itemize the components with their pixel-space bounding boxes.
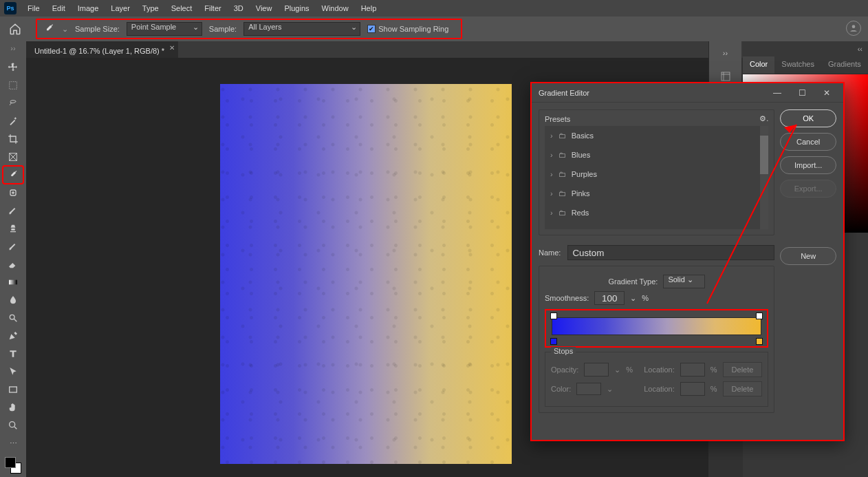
document-tab-bar: Untitled-1 @ 16.7% (Layer 1, RGB/8) * ✕ [26,41,868,58]
ok-button[interactable]: OK [780,109,836,127]
path-select-tool[interactable] [3,363,23,380]
menu-edit[interactable]: Edit [47,2,71,14]
ps-logo: Ps [4,2,17,14]
close-icon[interactable]: ✕ [169,44,175,52]
menu-help[interactable]: Help [356,2,382,14]
profile-button[interactable] [846,21,861,36]
preset-folder-blues[interactable]: ›🗀Blues [545,145,768,165]
color-swatches[interactable] [5,457,21,474]
home-button[interactable] [4,19,26,39]
frame-tool[interactable] [3,149,23,165]
options-bar-highlight: ⌄ Sample Size: Point Sample⌄ Sample: All… [36,19,462,39]
dialog-titlebar[interactable]: Gradient Editor — ☐ ✕ [532,83,843,103]
more-tool[interactable]: ⋯ [3,435,23,452]
marquee-tool[interactable] [3,77,23,94]
eyedropper-icon [43,23,55,35]
presets-fieldset: Presets ⚙. ›🗀Basics ›🗀Blues ›🗀Purples ›🗀… [539,109,774,235]
panel-collapse-icon[interactable]: ‹‹ [743,41,868,56]
options-bar: ⌄ Sample Size: Point Sample⌄ Sample: All… [0,17,868,41]
panel-collapse-grip[interactable]: ›› [709,41,741,65]
brush-tool[interactable] [3,202,23,219]
preset-folder-reds[interactable]: ›🗀Reds [545,203,768,222]
smoothness-dropdown-icon[interactable]: ⌄ [630,294,636,303]
rectangle-tool[interactable] [3,381,23,398]
history-brush-tool[interactable] [3,238,23,255]
gear-icon[interactable]: ⚙. [759,114,768,123]
gradient-type-select[interactable]: Solid ⌄ [663,275,705,288]
lasso-tool[interactable] [3,95,23,112]
menu-type[interactable]: Type [137,2,164,14]
check-icon: ✔ [367,25,376,33]
folder-icon: 🗀 [558,209,566,217]
svg-rect-1 [10,82,17,89]
window-close-button[interactable]: ✕ [814,88,839,98]
svg-rect-4 [9,280,17,285]
import-button[interactable]: Import... [780,156,836,174]
sample-size-select[interactable]: Point Sample⌄ [127,22,202,36]
move-tool[interactable] [3,59,23,76]
preset-list[interactable]: ›🗀Basics ›🗀Blues ›🗀Purples ›🗀Pinks ›🗀Red… [545,126,768,229]
menu-bar: Ps File Edit Image Layer Type Select Fil… [0,0,868,17]
window-minimize-button[interactable]: — [765,88,790,98]
gradient-name-input[interactable] [567,245,774,260]
opacity-stop-left[interactable] [550,312,557,319]
stops-label: Stops [551,347,576,355]
magic-wand-tool[interactable] [3,113,23,129]
menu-image[interactable]: Image [72,2,105,14]
menu-plugins[interactable]: Plugins [279,2,314,14]
pen-tool[interactable] [3,328,23,344]
menu-filter[interactable]: Filter [199,2,226,14]
smoothness-input[interactable] [594,291,625,305]
gradient-editor-dialog: Gradient Editor — ☐ ✕ Presets ⚙. ›🗀Basic… [530,82,845,441]
zoom-tool[interactable] [3,417,23,434]
stop-location-label-1: Location: [644,365,675,374]
delete-color-stop-button: Delete [723,381,763,396]
hand-tool[interactable] [3,399,23,416]
svg-point-7 [10,422,15,427]
preset-folder-pinks[interactable]: ›🗀Pinks [545,184,768,203]
folder-icon: 🗀 [558,131,566,140]
menu-window[interactable]: Window [316,2,354,14]
gradient-strip-highlight [545,309,768,348]
cancel-button[interactable]: Cancel [780,133,836,151]
type-tool[interactable] [3,346,23,362]
menu-file[interactable]: File [22,2,45,14]
preset-folder-purples[interactable]: ›🗀Purples [545,165,768,184]
delete-opacity-stop-button: Delete [723,362,763,377]
document-tab[interactable]: Untitled-1 @ 16.7% (Layer 1, RGB/8) * ✕ [26,41,178,58]
chevron-down-icon[interactable]: ⌄ [62,25,68,34]
tab-swatches[interactable]: Swatches [774,56,821,74]
healing-tool[interactable] [3,184,23,201]
show-sampling-ring-checkbox[interactable]: ✔ Show Sampling Ring [367,25,448,33]
svg-rect-8 [721,72,730,81]
gradient-tool[interactable] [3,274,23,290]
color-stop-right[interactable] [756,338,763,345]
color-stop-left[interactable] [550,338,557,345]
preset-scroll-thumb[interactable] [760,136,768,174]
sample-label: Sample: [209,25,237,33]
preset-folder-basics[interactable]: ›🗀Basics [545,126,768,145]
tab-color[interactable]: Color [743,56,774,74]
window-maximize-button[interactable]: ☐ [790,88,814,98]
eyedropper-tool[interactable] [3,167,23,183]
dodge-tool[interactable] [3,310,23,326]
stops-fieldset: Stops Opacity: ⌄ % Location: % Delete Co… [545,352,768,407]
eraser-tool[interactable] [3,256,23,273]
sample-select[interactable]: All Layers⌄ [243,22,360,36]
blur-tool[interactable] [3,292,23,308]
clone-stamp-tool[interactable] [3,220,23,237]
menu-layer[interactable]: Layer [105,2,135,14]
document-tab-title: Untitled-1 @ 16.7% (Layer 1, RGB/8) * [34,47,164,55]
percent-label: % [626,365,633,374]
new-button[interactable]: New [780,247,836,265]
gradient-preview-strip[interactable] [552,317,761,335]
opacity-stop-right[interactable] [756,312,763,319]
menu-view[interactable]: View [250,2,278,14]
crop-tool[interactable] [3,131,23,147]
svg-rect-6 [10,387,17,392]
menu-select[interactable]: Select [166,2,198,14]
tab-gradients[interactable]: Gradients [821,56,868,74]
export-button: Export... [780,180,836,198]
menu-3d[interactable]: 3D [228,2,249,14]
sample-size-label: Sample Size: [75,25,120,33]
